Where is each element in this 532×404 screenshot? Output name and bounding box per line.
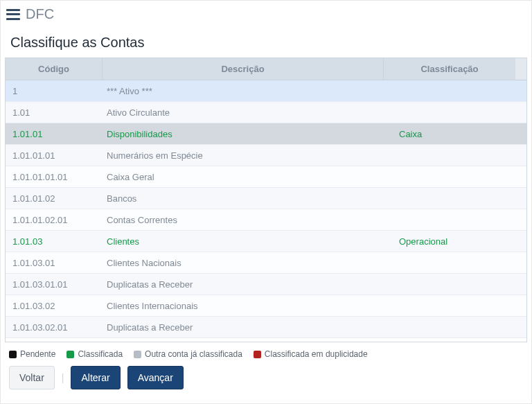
column-header-class[interactable]: Classificação bbox=[384, 58, 515, 80]
cell-desc: Bancos bbox=[103, 193, 395, 204]
table-row[interactable]: 1.01.03.02.01Duplicatas a Receber bbox=[6, 317, 526, 338]
legend-label: Classificada em duplicidade bbox=[265, 349, 368, 359]
cell-class: Operacional bbox=[395, 236, 526, 247]
legend-item: Classificada em duplicidade bbox=[254, 349, 368, 359]
cell-desc: Clientes Nacionais bbox=[103, 258, 395, 268]
table-row[interactable]: 1.01.01.02.01Contas Correntes bbox=[6, 209, 526, 231]
table-body[interactable]: 1*** Ativo ***1.01Ativo Circulante1.01.0… bbox=[6, 80, 526, 342]
next-button[interactable]: Avançar bbox=[127, 366, 184, 389]
scrollbar-header-spacer bbox=[515, 58, 526, 80]
legend-swatch bbox=[9, 351, 17, 358]
button-divider: | bbox=[62, 372, 64, 383]
column-header-code[interactable]: Código bbox=[6, 58, 103, 80]
cell-code: 1.01.03 bbox=[6, 236, 103, 247]
cell-desc: *** Ativo *** bbox=[103, 86, 395, 96]
cell-desc: Clientes Internacionais bbox=[103, 301, 395, 311]
legend-item: Outra conta já classificada bbox=[134, 349, 242, 359]
page-title: Classifique as Contas bbox=[1, 26, 531, 58]
table-row[interactable]: 1.01.03ClientesOperacional bbox=[6, 231, 526, 252]
cell-desc: Contas Correntes bbox=[103, 215, 395, 225]
legend-item: Pendente bbox=[9, 349, 55, 359]
cell-code: 1.01 bbox=[6, 107, 103, 118]
cell-desc: Numerários em Espécie bbox=[103, 150, 395, 161]
cell-class: Caixa bbox=[395, 129, 526, 139]
menu-icon[interactable] bbox=[6, 9, 20, 20]
cell-code: 1.01.03.02 bbox=[6, 301, 103, 311]
legend-label: Pendente bbox=[20, 349, 55, 359]
cell-code: 1.01.01.02 bbox=[6, 193, 103, 204]
legend-label: Outra conta já classificada bbox=[145, 349, 242, 359]
back-button[interactable]: Voltar bbox=[9, 366, 55, 389]
legend-item: Classificada bbox=[66, 349, 123, 359]
cell-code: 1.01.03.01.01 bbox=[6, 279, 103, 290]
cell-code: 1.01.03.01 bbox=[6, 258, 103, 268]
table-row[interactable]: 1.01Ativo Circulante bbox=[6, 102, 526, 123]
table-row[interactable]: 1.01.01DisponibilidadesCaixa bbox=[6, 123, 526, 145]
cell-code: 1.01.01.02.01 bbox=[6, 215, 103, 225]
legend-swatch bbox=[254, 351, 261, 358]
cell-desc: Duplicatas a Receber bbox=[103, 279, 395, 290]
app-header: DFC bbox=[1, 1, 531, 26]
cell-desc: Ativo Circulante bbox=[103, 107, 395, 118]
table-row[interactable]: 1.01.03.01.01Duplicatas a Receber bbox=[6, 274, 526, 295]
legend-label: Classificada bbox=[78, 349, 123, 359]
table-header: Código Descrição Classificação bbox=[6, 58, 526, 80]
legend-swatch bbox=[134, 351, 141, 358]
table-row[interactable]: 1.01.01.01.01Caixa Geral bbox=[6, 166, 526, 188]
app-title: DFC bbox=[26, 6, 54, 22]
cell-code: 1.01.03.02.01 bbox=[6, 322, 103, 333]
accounts-table: Código Descrição Classificação 1*** Ativ… bbox=[5, 58, 527, 342]
cell-code: 1.01.01.01.01 bbox=[6, 172, 103, 182]
edit-button[interactable]: Alterar bbox=[71, 366, 120, 389]
table-row[interactable]: 1.01.01.02Bancos bbox=[6, 188, 526, 209]
legend: PendenteClassificadaOutra conta já class… bbox=[1, 342, 531, 363]
cell-desc: Caixa Geral bbox=[103, 172, 395, 182]
table-row[interactable]: 1.01.03.01Clientes Nacionais bbox=[6, 252, 526, 274]
cell-code: 1.01.01 bbox=[6, 129, 103, 139]
column-header-desc[interactable]: Descrição bbox=[103, 58, 384, 80]
cell-desc: Disponibilidades bbox=[103, 129, 395, 139]
table-row[interactable]: 1*** Ativo *** bbox=[6, 80, 526, 102]
cell-desc: Duplicatas a Receber bbox=[103, 322, 395, 333]
action-bar: Voltar | Alterar Avançar bbox=[1, 363, 531, 399]
table-row[interactable]: 1.01.01.01Numerários em Espécie bbox=[6, 145, 526, 166]
cell-desc: Clientes bbox=[103, 236, 395, 247]
cell-code: 1.01.01.01 bbox=[6, 150, 103, 161]
legend-swatch bbox=[66, 351, 74, 358]
table-row[interactable]: 1.01.03.02Clientes Internacionais bbox=[6, 295, 526, 317]
cell-code: 1 bbox=[6, 86, 103, 96]
